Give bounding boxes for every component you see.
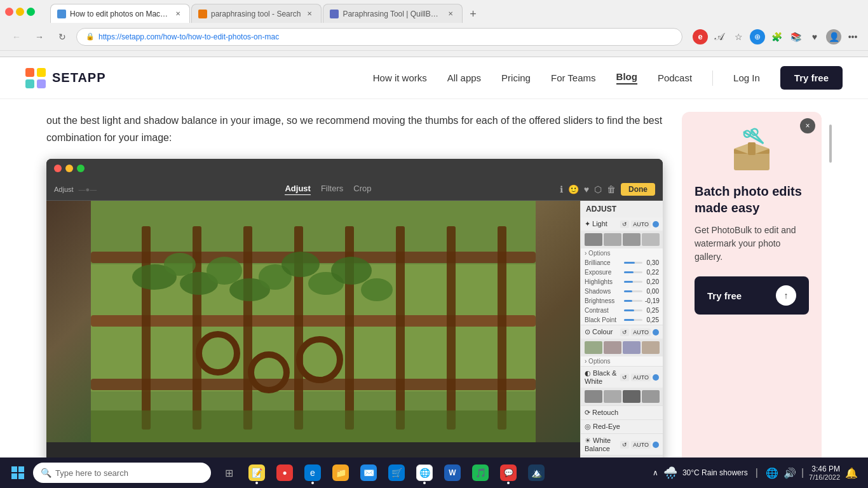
svg-rect-14 bbox=[396, 226, 405, 430]
ad-try-free-btn[interactable]: Try free ↑ bbox=[695, 276, 809, 315]
nav-pricing[interactable]: Pricing bbox=[501, 72, 531, 83]
taskview-btn[interactable]: ⊞ bbox=[216, 460, 241, 485]
address-input[interactable]: 🔒 https://setapp.com/how-to/how-to-edit-… bbox=[76, 28, 682, 46]
tab-3[interactable]: Paraphrasing Tool | QuillBot AI ✕ bbox=[323, 4, 463, 23]
mac-fullscreen-dot[interactable] bbox=[77, 165, 85, 172]
extensions-icon[interactable]: 🧩 bbox=[769, 29, 784, 44]
tab-close-3[interactable]: ✕ bbox=[445, 9, 456, 19]
tray-clock[interactable]: 3:46 PM 7/16/2022 bbox=[809, 464, 840, 481]
login-btn[interactable]: Log In bbox=[733, 72, 760, 83]
window-maximize-btn[interactable] bbox=[27, 8, 35, 16]
contrast-slider[interactable] bbox=[624, 309, 642, 311]
tab-close-1[interactable]: ✕ bbox=[173, 9, 183, 19]
redeye-title[interactable]: ◎ Red-Eye bbox=[581, 420, 663, 433]
auto-btn[interactable]: ↺ bbox=[620, 220, 629, 228]
light-options[interactable]: › Options bbox=[581, 248, 663, 258]
refresh-btn[interactable]: ↻ bbox=[53, 28, 71, 46]
network-icon[interactable]: 🌐 bbox=[766, 467, 778, 479]
brightness-slider[interactable] bbox=[624, 300, 642, 302]
chrome-icon[interactable]: 🌐 bbox=[412, 460, 437, 485]
heart-icon[interactable]: ♥ bbox=[807, 29, 822, 44]
colour-thumb-2[interactable] bbox=[604, 341, 621, 354]
colour-auto[interactable]: ↺ bbox=[620, 329, 629, 336]
notes-icon[interactable]: 📝 bbox=[244, 460, 269, 485]
revert-btn[interactable]: Adjust bbox=[54, 186, 74, 193]
back-btn[interactable]: ← bbox=[8, 28, 25, 46]
colour-section-title[interactable]: ⊙ Colour ↺ AUTO bbox=[581, 325, 663, 339]
tab-1[interactable]: How to edit photos on Mac 202… ✕ bbox=[50, 4, 190, 23]
photos-icon[interactable]: 🏔️ bbox=[524, 460, 549, 485]
nav-how-it-works[interactable]: How it works bbox=[373, 72, 427, 83]
mac-close-dot[interactable] bbox=[54, 165, 62, 172]
collections-icon[interactable]: 📚 bbox=[788, 29, 803, 44]
thumb-4[interactable] bbox=[642, 233, 660, 246]
tab-2[interactable]: paraphrasing tool - Search ✕ bbox=[191, 4, 322, 23]
messenger-icon[interactable]: 💬 bbox=[496, 460, 521, 485]
more-icon[interactable]: ••• bbox=[845, 29, 860, 44]
spotify-icon[interactable]: 🎵 bbox=[468, 460, 493, 485]
store-icon[interactable]: 🛒 bbox=[384, 460, 409, 485]
thumb-1[interactable] bbox=[585, 233, 602, 246]
nav-for-teams[interactable]: For Teams bbox=[551, 72, 596, 83]
heart-small-icon[interactable]: ♥ bbox=[584, 184, 589, 194]
trash-icon[interactable]: 🗑 bbox=[607, 184, 616, 194]
window-minimize-btn[interactable] bbox=[16, 8, 24, 16]
settings-icon[interactable]: ⊕ bbox=[750, 29, 765, 44]
wb-section-title[interactable]: ☀ White Balance ↺ AUTO bbox=[581, 434, 663, 455]
bw-thumb-4[interactable] bbox=[642, 390, 660, 403]
bw-thumb-2[interactable] bbox=[604, 390, 621, 403]
toolbar-filters[interactable]: Filters bbox=[321, 184, 343, 195]
highlights-slider[interactable] bbox=[624, 281, 642, 283]
new-tab-btn[interactable]: + bbox=[464, 5, 482, 23]
read-aloud-icon[interactable]: 𝒜 bbox=[712, 29, 727, 44]
taskbar-edge-icon[interactable]: e bbox=[300, 460, 325, 485]
notification-icon[interactable]: 🔔 bbox=[845, 467, 858, 479]
thumb-2[interactable] bbox=[604, 233, 621, 246]
tray-up-arrow[interactable]: ∧ bbox=[653, 468, 658, 477]
shadows-slider[interactable] bbox=[624, 290, 642, 292]
colour-options[interactable]: › Options bbox=[581, 356, 663, 366]
try-free-header-btn[interactable]: Try free bbox=[780, 66, 843, 90]
brilliance-slider[interactable] bbox=[624, 262, 642, 264]
forward-btn[interactable]: → bbox=[31, 28, 48, 46]
explorer-icon[interactable]: 📁 bbox=[328, 460, 353, 485]
nav-blog[interactable]: Blog bbox=[616, 71, 637, 85]
thumb-3[interactable] bbox=[623, 233, 641, 246]
start-button[interactable] bbox=[5, 460, 31, 485]
exposure-slider[interactable] bbox=[624, 271, 642, 273]
black-point-slider[interactable] bbox=[624, 319, 642, 321]
ad-close-btn[interactable]: × bbox=[800, 118, 815, 133]
wb-auto[interactable]: ↺ bbox=[620, 441, 629, 449]
mail-icon[interactable]: ✉️ bbox=[356, 460, 381, 485]
emoji-icon[interactable]: 🙂 bbox=[568, 184, 579, 194]
bw-auto[interactable]: ↺ bbox=[620, 374, 629, 381]
mac-minimize-dot[interactable] bbox=[65, 165, 73, 172]
colour-thumb-4[interactable] bbox=[642, 341, 660, 354]
tab-close-2[interactable]: ✕ bbox=[304, 9, 315, 19]
bw-section-title[interactable]: ◐ Black & White ↺ AUTO bbox=[581, 367, 663, 388]
toolbar-crop[interactable]: Crop bbox=[353, 184, 371, 195]
bw-thumb-1[interactable] bbox=[585, 390, 602, 403]
bw-thumb-3[interactable] bbox=[623, 390, 641, 403]
nav-all-apps[interactable]: All apps bbox=[447, 72, 481, 83]
share-icon[interactable]: ⬡ bbox=[594, 184, 602, 194]
setapp-logo[interactable]: SETAPP bbox=[25, 68, 106, 88]
colour-thumb-1[interactable] bbox=[585, 341, 602, 354]
window-close-btn[interactable] bbox=[5, 8, 13, 16]
done-btn[interactable]: Done bbox=[621, 183, 655, 196]
volume-icon[interactable]: 🔊 bbox=[783, 467, 796, 479]
light-section-title[interactable]: ✦ Light ↺ AUTO bbox=[581, 217, 663, 231]
scroll-top-btn[interactable]: ↑ bbox=[776, 285, 796, 306]
word-icon[interactable]: W bbox=[440, 460, 465, 485]
profile-icon[interactable]: 👤 bbox=[826, 29, 841, 44]
wb-section: ☀ White Balance ↺ AUTO bbox=[581, 434, 663, 456]
red-app-icon[interactable]: ● bbox=[272, 460, 297, 485]
nav-podcast[interactable]: Podcast bbox=[658, 72, 692, 83]
toolbar-adjust[interactable]: Adjust bbox=[285, 184, 310, 195]
retouch-title[interactable]: ⟳ Retouch bbox=[581, 406, 663, 419]
search-bar[interactable]: 🔍 Type here to search bbox=[33, 463, 211, 483]
mail-app-icon: ✉️ bbox=[360, 464, 377, 481]
colour-thumb-3[interactable] bbox=[623, 341, 641, 354]
favorites-icon[interactable]: ☆ bbox=[731, 29, 746, 44]
info-icon[interactable]: ℹ bbox=[560, 184, 563, 194]
